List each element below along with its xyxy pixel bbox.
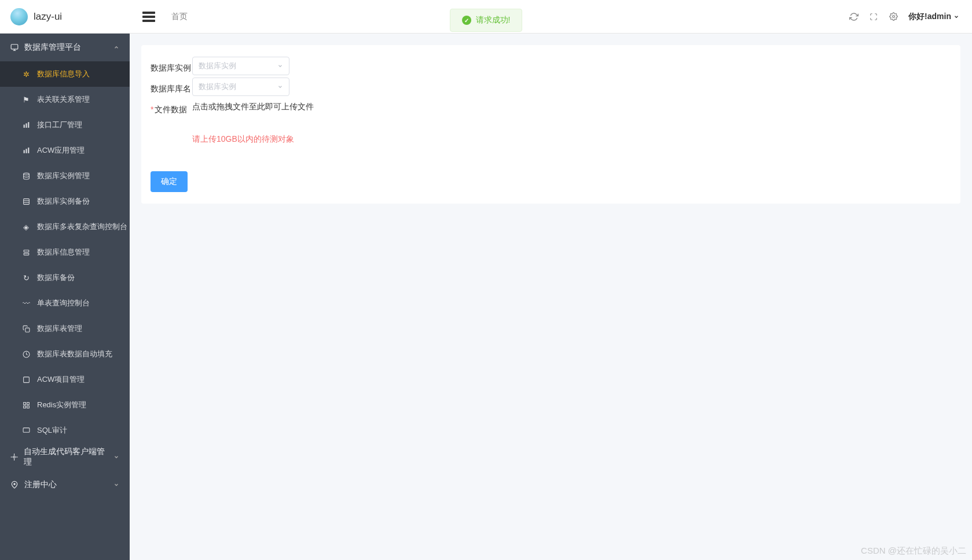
sidebar-item-interface-factory[interactable]: 接口工厂管理 [0,112,130,138]
success-icon [462,16,471,25]
form-row-dbname: 数据库库名 数据库实例 [151,78,951,96]
upload-hint: 请上传10GB以内的待测对象 [192,134,314,145]
svg-rect-6 [28,122,29,128]
svg-rect-8 [25,149,27,153]
svg-rect-23 [23,428,30,432]
export-icon: ↻ [22,274,30,282]
folder-icon [22,376,30,384]
loading-icon: ✲ [22,70,30,79]
fullscreen-icon[interactable] [869,12,878,21]
backup-icon [22,198,30,205]
sidebar-item-label: Redis实例管理 [37,400,86,410]
svg-rect-7 [23,150,24,153]
svg-rect-16 [25,327,29,331]
menu-group-database-platform[interactable]: 数据库管理平台 [0,34,130,61]
upload-area[interactable]: 点击或拖拽文件至此即可上传文件 请上传10GB以内的待测对象 [192,98,314,145]
chevron-down-icon [113,454,119,460]
platform-icon [10,43,19,51]
label-file-data: *文件数据 [151,98,192,116]
header-right: 你好!admin [849,12,972,22]
svg-point-25 [13,483,16,485]
breadcrumb[interactable]: 首页 [171,12,188,22]
svg-rect-1 [11,45,18,49]
gear-icon [10,453,18,461]
svg-rect-20 [27,402,29,404]
chevron-down-icon [277,63,283,69]
grid-icon [22,401,30,409]
submit-row: 确定 [151,171,951,192]
sidebar-item-label: ACW项目管理 [37,374,85,385]
sidebar-item-db-import[interactable]: ✲ 数据库信息导入 [0,61,130,87]
select-placeholder: 数据库实例 [199,82,236,92]
sidebar-item-db-backup[interactable]: ↻ 数据库备份 [0,265,130,290]
svg-rect-4 [23,124,24,127]
sidebar-item-label: SQL审计 [37,425,67,436]
sidebar-item-multi-table-query[interactable]: ◈ 数据库多表复杂查询控制台 [0,214,130,240]
sidebar-item-table-relation[interactable]: ⚑ 表关联关系管理 [0,87,130,112]
sidebar-item-label: 数据库实例管理 [37,171,90,181]
chevron-down-icon [953,14,959,20]
flag-icon: ⚑ [22,95,30,104]
form-panel: 数据库实例 数据库实例 数据库库名 数据库实例 [141,45,960,204]
sidebar-item-acw-project[interactable]: ACW项目管理 [0,367,130,392]
sidebar-item-db-instance-backup[interactable]: 数据库实例备份 [0,189,130,214]
form-row-file: *文件数据 点击或拖拽文件至此即可上传文件 请上传10GB以内的待测对象 [151,98,951,145]
sidebar-item-db-table[interactable]: 数据库表管理 [0,316,130,341]
logo-section: lazy-ui [0,8,130,25]
svg-rect-19 [23,402,25,404]
chevron-up-icon [113,45,119,50]
required-mark: * [151,105,153,114]
toast-message: 请求成功! [476,15,511,25]
menu-group-codegen[interactable]: 自动生成代码客户端管理 [0,443,130,471]
sidebar-item-label: 数据库备份 [37,272,75,283]
upload-text: 点击或拖拽文件至此即可上传文件 [192,102,314,112]
sidebar-item-redis[interactable]: Redis实例管理 [0,392,130,418]
user-greeting: 你好!admin [908,12,951,22]
svg-rect-21 [23,406,25,408]
top-header: lazy-ui 首页 请求成功! 你好!admin [0,0,972,34]
sidebar-item-label: ACW应用管理 [37,145,85,156]
label-db-name: 数据库库名 [151,78,192,95]
menu-group-label: 数据库管理平台 [24,42,81,53]
database-icon [22,172,30,180]
svg-point-24 [13,456,15,458]
svg-rect-9 [28,148,29,153]
menu-group-registry[interactable]: 注册中心 [0,471,130,499]
submit-button[interactable]: 确定 [151,171,188,192]
sidebar-item-label: 数据库表管理 [37,323,82,334]
select-db-instance[interactable]: 数据库实例 [192,57,289,75]
form-row-instance: 数据库实例 数据库实例 [151,57,951,75]
user-menu[interactable]: 你好!admin [908,12,959,22]
sidebar-item-label: 表关联关系管理 [37,94,90,105]
settings-icon[interactable] [889,12,898,21]
sidebar-item-auto-fill[interactable]: 数据库表数据自动填充 [0,341,130,367]
refresh-icon[interactable] [849,12,859,21]
monitor-icon [22,427,30,434]
sidebar-item-label: 数据库信息管理 [37,247,90,257]
app-name: lazy-ui [34,11,62,23]
sidebar-item-label: 接口工厂管理 [37,120,82,130]
svg-rect-5 [25,123,27,128]
chevron-down-icon [113,482,119,488]
select-placeholder: 数据库实例 [199,61,236,71]
svg-point-10 [23,173,29,175]
sidebar-item-label: 数据库表数据自动填充 [37,349,112,359]
sidebar-toggle-button[interactable] [142,10,155,24]
svg-point-0 [892,16,894,18]
select-db-name[interactable]: 数据库实例 [192,78,289,96]
sidebar-item-acw-app[interactable]: ACW应用管理 [0,138,130,163]
chevron-down-icon [277,84,283,90]
sidebar: 数据库管理平台 ✲ 数据库信息导入 ⚑ 表关联关系管理 接口工厂管理 ACW应用… [0,34,130,560]
label-db-instance: 数据库实例 [151,57,192,74]
sidebar-item-label: 单表查询控制台 [37,298,90,308]
success-toast: 请求成功! [450,9,523,32]
menu-group-label: 注册中心 [24,480,57,490]
sidebar-item-db-info[interactable]: 数据库信息管理 [0,240,130,265]
copy-icon [22,325,30,333]
compass-icon: ◈ [22,223,30,231]
logo-icon [10,8,28,25]
pin-icon [10,481,19,489]
sidebar-item-db-instance[interactable]: 数据库实例管理 [0,163,130,189]
sidebar-item-sql-audit[interactable]: SQL审计 [0,418,130,443]
sidebar-item-single-table-query[interactable]: 〰 单表查询控制台 [0,290,130,316]
